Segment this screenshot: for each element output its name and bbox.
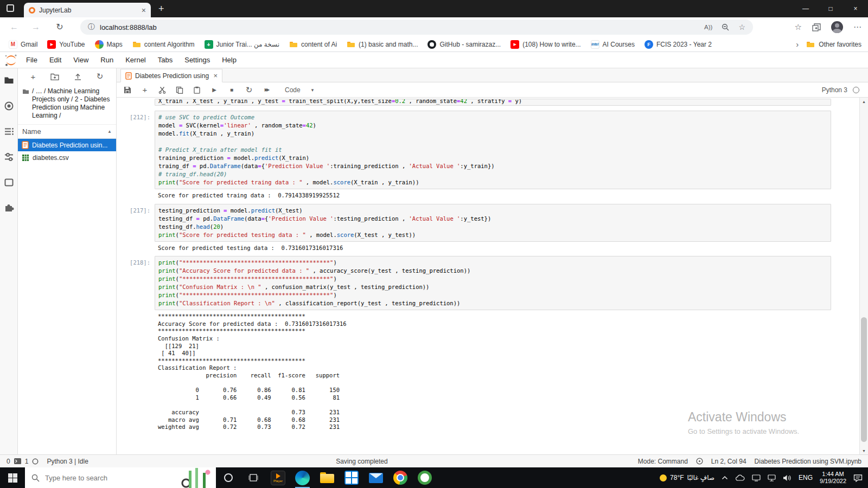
add-favorite-icon[interactable]: ☆ — [738, 23, 745, 31]
restart-run-all-icon[interactable]: ▶▶ — [262, 86, 271, 94]
new-folder-icon[interactable] — [50, 73, 59, 80]
menu-item-edit[interactable]: Edit — [43, 52, 67, 68]
bookmark-item[interactable]: (1) basic and math... — [342, 38, 422, 50]
volume-icon[interactable] — [783, 474, 792, 481]
new-launcher-icon[interactable]: + — [31, 72, 36, 81]
notebook-scroll-area[interactable]: X_train , X_test , y_train , y_test = tr… — [117, 98, 859, 454]
bookmark-item[interactable]: FCIS 2023 - Year 2 — [640, 38, 716, 50]
collections-icon[interactable] — [812, 23, 821, 31]
table-of-contents-icon[interactable] — [3, 126, 14, 137]
extension-manager-icon[interactable] — [3, 202, 14, 213]
add-cell-icon[interactable]: + — [141, 86, 149, 94]
debugger-icon[interactable] — [3, 177, 14, 188]
taskbar-app-file-explorer[interactable] — [315, 467, 339, 488]
back-icon[interactable]: ← — [8, 21, 21, 33]
bookmark-item[interactable]: Gmail — [4, 38, 42, 50]
scrollbar-thumb[interactable] — [861, 317, 867, 442]
weather-widget[interactable]: 78°F صافٍ غالبًا — [660, 474, 714, 481]
kernel-count[interactable]: 1 — [25, 458, 29, 465]
menu-item-run[interactable]: Run — [94, 52, 119, 68]
bookmark-item[interactable]: YouTube — [43, 38, 89, 50]
bookmark-item[interactable]: Junior Trai... نسخة من — [200, 38, 284, 50]
save-icon[interactable] — [123, 86, 132, 94]
favorites-icon[interactable]: ☆ — [795, 22, 802, 32]
taskbar-app-mail[interactable] — [363, 467, 388, 488]
forward-icon[interactable]: → — [29, 21, 42, 33]
scroll-up-icon[interactable]: ▲ — [860, 98, 868, 105]
address-bar[interactable]: ⓘ localhost:8888/lab A)) ☆ — [80, 20, 753, 35]
file-row[interactable]: Diabetes Prediction usin... — [18, 139, 116, 151]
taskbar-clock[interactable]: 1:44 AM 9/19/2022 — [820, 471, 846, 485]
menu-item-file[interactable]: File — [20, 52, 43, 68]
url-text[interactable]: localhost:8888/lab — [100, 23, 699, 31]
menu-item-help[interactable]: Help — [216, 52, 242, 68]
cell-code-editor[interactable]: print("*********************************… — [155, 256, 831, 310]
onedrive-cloud-icon[interactable] — [735, 474, 745, 481]
file-browser-icon[interactable] — [3, 75, 14, 86]
taskbar-app-store[interactable] — [339, 467, 363, 488]
name-column-header[interactable]: Name — [22, 127, 41, 136]
maximize-button[interactable]: □ — [818, 0, 843, 17]
cursor-position[interactable]: Ln 2, Col 94 — [711, 458, 746, 465]
kernel-indicator[interactable]: Python 3 — [822, 86, 861, 94]
site-info-icon[interactable]: ⓘ — [88, 22, 95, 32]
menu-item-kernel[interactable]: Kernel — [119, 52, 152, 68]
start-button[interactable] — [0, 467, 25, 488]
run-cell-icon[interactable]: ▶ — [210, 86, 219, 94]
bookmark-item[interactable]: (108) How to write... — [506, 38, 585, 50]
breadcrumb-path[interactable]: / … / Machine Learning Projects only / 2… — [32, 87, 112, 120]
taskbar-app-green[interactable] — [412, 467, 437, 488]
cut-cell-icon[interactable] — [158, 86, 167, 94]
cortana-button[interactable] — [216, 467, 241, 488]
paste-cell-icon[interactable] — [193, 86, 201, 94]
hidden-icons-chevron[interactable] — [722, 476, 728, 480]
zoom-icon[interactable] — [722, 23, 729, 31]
window-layout-icon[interactable] — [7, 4, 14, 12]
cell-code-editor[interactable]: # use SVC to predict Outcomemodel = SVC(… — [155, 111, 831, 189]
notebook-tab[interactable]: Diabetes Prediction using SV × — [120, 69, 222, 82]
profile-avatar[interactable] — [831, 21, 843, 33]
bookmark-item[interactable]: GitHub - samirazaz... — [423, 38, 505, 50]
search-input[interactable] — [45, 474, 148, 482]
task-view-button[interactable] — [241, 467, 266, 488]
clipped-cell-code[interactable]: X_train , X_test , y_train , y_test = tr… — [155, 99, 831, 106]
display-icon[interactable] — [752, 474, 761, 481]
sort-caret-icon[interactable]: ▲ — [107, 129, 112, 134]
cell-type-dropdown[interactable]: Code ▾ — [285, 86, 314, 94]
stop-kernel-icon[interactable]: ■ — [227, 86, 236, 94]
minimize-button[interactable]: — — [793, 0, 818, 17]
action-center-icon[interactable] — [853, 474, 863, 482]
running-kernels-icon[interactable] — [3, 100, 14, 111]
cell-code-editor[interactable]: testing_prediction = model.predict(X_tes… — [155, 204, 831, 242]
language-indicator[interactable]: ENG — [799, 474, 813, 481]
restart-kernel-icon[interactable]: ↻ — [245, 86, 253, 94]
file-list-header[interactable]: Name ▲ — [18, 124, 116, 139]
taskbar-app-chrome[interactable] — [388, 467, 412, 488]
property-inspector-icon[interactable] — [3, 151, 14, 162]
copy-cell-icon[interactable] — [175, 86, 184, 94]
bookmark-item[interactable]: Maps — [91, 38, 127, 50]
terminal-count[interactable]: 0 — [7, 458, 10, 465]
more-menu-icon[interactable]: ⋯ — [853, 22, 861, 32]
network-icon[interactable] — [768, 474, 776, 481]
read-aloud-icon[interactable]: A)) — [704, 24, 712, 30]
menu-item-settings[interactable]: Settings — [178, 52, 216, 68]
file-row[interactable]: diabetes.csv — [18, 151, 116, 164]
bookmark-item[interactable]: content of Ai — [285, 38, 341, 50]
notebook-scrollbar[interactable]: ▲ ▼ — [859, 98, 868, 454]
notebook-tab-close-icon[interactable]: × — [213, 72, 218, 80]
new-tab-button[interactable]: + — [158, 3, 164, 15]
other-favorites-button[interactable]: Other favorites — [806, 40, 861, 49]
kernel-state[interactable]: Python 3 | Idle — [47, 458, 88, 465]
tab-close-icon[interactable]: × — [142, 7, 146, 14]
refresh-icon[interactable]: ↻ — [53, 21, 66, 33]
menu-item-tabs[interactable]: Tabs — [152, 52, 178, 68]
browser-tab[interactable]: JupyterLab × — [24, 3, 151, 17]
taskbar-app-media-player[interactable]: Player — [266, 467, 290, 488]
scroll-down-icon[interactable]: ▼ — [860, 447, 868, 454]
bookmark-item[interactable]: AI Courses — [586, 38, 639, 50]
upload-icon[interactable] — [74, 73, 82, 80]
notification-icon[interactable] — [696, 458, 703, 465]
refresh-file-list-icon[interactable]: ↻ — [97, 72, 104, 81]
taskbar-app-edge[interactable] — [290, 467, 315, 488]
